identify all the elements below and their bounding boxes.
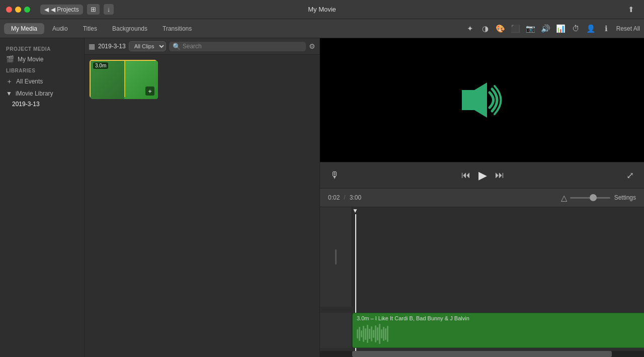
noise-reduction-icon[interactable]: 👤 [584, 22, 598, 36]
total-duration: 3:00 [350, 194, 361, 201]
clip-info-icon[interactable]: ℹ [599, 22, 613, 36]
audio-track[interactable]: 3.0m – I Like It Cardi B, Bad Bunny & J … [352, 313, 644, 348]
search-icon: 🔍 [173, 43, 181, 50]
waveform-bar [375, 325, 376, 343]
reset-all-button[interactable]: Reset All [616, 25, 640, 32]
current-timecode: 0:02 [328, 194, 340, 201]
media-browser-date: 2019-3-13 [98, 43, 126, 50]
tab-my-media[interactable]: My Media [4, 23, 44, 34]
equalizer-icon[interactable]: 📊 [554, 22, 568, 36]
settings-gear-icon[interactable]: ⚙ [309, 42, 315, 50]
preview-area: 🎙 ⏮ ▶ ⏭ ⤢ [320, 38, 644, 188]
right-panel: 🎙 ⏮ ▶ ⏭ ⤢ 0:02 / 3:00 [320, 38, 644, 357]
share-icon[interactable]: ⬆ [624, 3, 638, 17]
play-pause-button[interactable]: ▶ [478, 169, 487, 182]
search-box: 🔍 [169, 42, 306, 51]
film-icon: 🎬 [6, 55, 14, 63]
clip-duration-badge: 3.0m [93, 62, 108, 69]
audio-bar-indicator [335, 249, 337, 264]
search-input[interactable] [183, 43, 302, 50]
minimize-button[interactable] [15, 7, 21, 13]
project-media-label: PROJECT MEDIA [0, 43, 84, 53]
grid-view-button[interactable]: ⊞ [87, 4, 100, 15]
preview-left-controls: 🎙 [330, 170, 339, 181]
waveform-bar [361, 330, 362, 337]
waveform-bar [359, 327, 360, 341]
main-area: PROJECT MEDIA 🎬 My Movie LIBRARIES ＋ All… [0, 38, 644, 357]
volume-icon[interactable]: 🔊 [539, 22, 553, 36]
waveform-bar [369, 329, 370, 339]
audio-track-label: 3.0m – I Like It Cardi B, Bad Bunny & J … [357, 315, 644, 321]
content-area: ▦ 2019-3-13 All Clips 🔍 ⚙ [85, 38, 644, 357]
clip-divider [124, 61, 125, 97]
tab-transitions[interactable]: Transitions [155, 23, 199, 34]
preview-center-controls: ⏮ ▶ ⏭ [461, 169, 504, 182]
chevron-down-icon: ▼ [6, 90, 12, 97]
svg-marker-0 [462, 82, 487, 118]
waveform-bar [379, 324, 380, 343]
window-title: My Movie [308, 6, 336, 13]
date-label: 2019-3-13 [12, 101, 40, 108]
color-correction-icon[interactable]: 🎨 [494, 22, 508, 36]
skip-forward-icon[interactable]: ⏭ [495, 170, 504, 181]
zoom-control: △ [561, 193, 610, 203]
chevron-left-icon: ◀ [44, 6, 49, 13]
sidebar-item-my-movie[interactable]: 🎬 My Movie [0, 53, 84, 65]
waveform-bar [377, 327, 378, 340]
crop-icon[interactable]: ⬛ [509, 22, 523, 36]
preview-controls: 🎙 ⏮ ▶ ⏭ ⤢ [320, 162, 644, 188]
waveform-bar [383, 327, 384, 341]
magic-wand-icon[interactable]: ✦ [463, 22, 477, 36]
clip-thumbnail[interactable]: 3.0m + [90, 60, 157, 98]
media-browser-content: 3.0m + [85, 55, 319, 357]
nav-down-button[interactable]: ↓ [104, 4, 114, 15]
waveform-bar [373, 330, 374, 338]
toolbar: My Media Audio Titles Backgrounds Transi… [0, 19, 644, 38]
zoom-mountain-icon: △ [561, 193, 567, 203]
fullscreen-button[interactable] [24, 7, 30, 13]
microphone-icon[interactable]: 🎙 [330, 170, 339, 181]
skip-back-icon[interactable]: ⏮ [461, 170, 470, 181]
timeline-scrollbar[interactable] [320, 351, 644, 357]
audio-playing-icon [457, 80, 507, 120]
waveform-bar [381, 329, 382, 338]
sidebar-item-all-events[interactable]: ＋ All Events [0, 75, 84, 88]
sidebar-item-date[interactable]: 2019-3-13 [0, 99, 84, 109]
plus-icon: ＋ [6, 77, 13, 86]
waveform-bar [365, 328, 366, 340]
titlebar-right: ⬆ [624, 3, 638, 17]
waveform-bar [363, 326, 364, 342]
titlebar: ◀ ◀ Projects ⊞ ↓ My Movie ⬆ [0, 0, 644, 19]
timeline-content[interactable]: 3.0m – I Like It Cardi B, Bad Bunny & J … [320, 207, 644, 357]
tab-backgrounds[interactable]: Backgrounds [105, 23, 154, 34]
traffic-lights [6, 7, 30, 13]
media-browser-toolbar: ▦ 2019-3-13 All Clips 🔍 ⚙ [85, 38, 319, 55]
timeline-settings-button[interactable]: Settings [614, 194, 636, 201]
clips-filter-select[interactable]: All Clips [129, 41, 166, 51]
stabilize-icon[interactable]: 📷 [524, 22, 538, 36]
imovie-library-label: iMovie Library [16, 90, 53, 97]
tab-titles[interactable]: Titles [76, 23, 104, 34]
sidebar: PROJECT MEDIA 🎬 My Movie LIBRARIES ＋ All… [0, 38, 85, 357]
projects-label: ◀ Projects [51, 6, 79, 13]
speed-icon[interactable]: ⏱ [569, 22, 583, 36]
fullscreen-icon[interactable]: ⤢ [626, 170, 634, 181]
my-movie-label: My Movie [18, 56, 43, 63]
scrollbar-thumb[interactable] [352, 351, 611, 357]
waveform-bar [367, 325, 368, 343]
waveform-bar [357, 329, 358, 338]
projects-button[interactable]: ◀ ◀ Projects [40, 5, 83, 15]
close-button[interactable] [6, 7, 12, 13]
all-events-label: All Events [16, 78, 43, 85]
tab-audio[interactable]: Audio [45, 23, 75, 34]
color-balance-icon[interactable]: ◑ [478, 22, 493, 36]
clip-add-button[interactable]: + [145, 86, 154, 96]
audio-waveform [357, 322, 644, 345]
timeline-bar: 0:02 / 3:00 △ Settings [320, 188, 644, 207]
waveform-bar [387, 326, 388, 342]
waveform-bar [371, 326, 372, 341]
sidebar-item-imovie-library[interactable]: ▼ iMovie Library [0, 88, 84, 99]
zoom-slider[interactable] [570, 197, 610, 199]
grid-toggle-icon[interactable]: ▦ [89, 42, 95, 50]
libraries-label: LIBRARIES [0, 65, 84, 75]
